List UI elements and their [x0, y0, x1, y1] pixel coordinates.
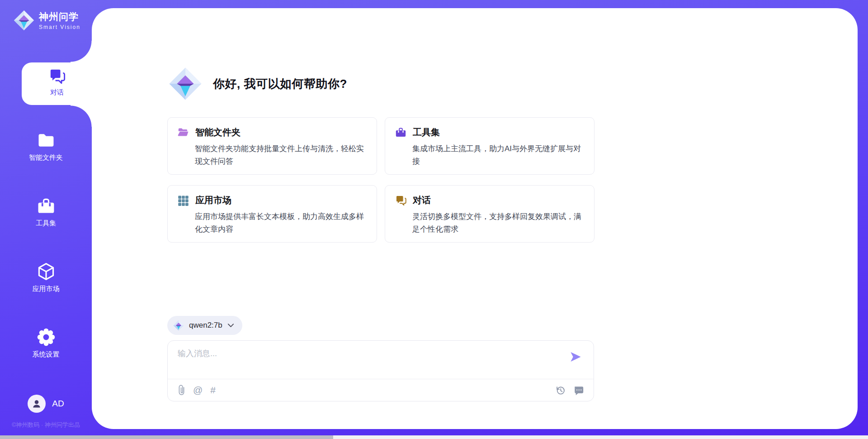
mention-button[interactable]: @ [193, 385, 203, 396]
model-selector[interactable]: qwen2:7b [167, 316, 242, 335]
card-title: 智能文件夹 [195, 126, 241, 138]
sidebar-item-chat[interactable]: 对话 [22, 67, 92, 97]
chat-icon [395, 194, 407, 206]
sidebar-item-label: 智能文件夹 [0, 153, 92, 162]
gear-icon [0, 327, 92, 347]
chat-icon [22, 67, 92, 85]
card-title: 应用市场 [195, 194, 231, 206]
toolbox-icon [0, 196, 92, 216]
horizontal-scrollbar[interactable] [0, 435, 868, 439]
feature-card-toolbox[interactable]: 工具集 集成市场上主流工具，助力AI与外界无缝扩展与对接 [385, 117, 594, 175]
send-icon [569, 351, 582, 363]
sidebar-item-label: 对话 [22, 88, 92, 97]
card-description: 灵活切换多模型文件，支持多样回复效果调试，满足个性化需求 [412, 210, 583, 236]
send-button[interactable] [568, 351, 583, 363]
sidebar-item-label: 工具集 [0, 219, 92, 228]
attach-button[interactable] [178, 384, 185, 396]
sidebar-item-settings[interactable]: 系统设置 [0, 327, 92, 359]
greeting: 你好, 我可以如何帮助你? [169, 67, 347, 100]
avatar[interactable] [28, 395, 46, 413]
sidebar-item-toolbox[interactable]: 工具集 [0, 196, 92, 228]
scrollbar-thumb[interactable] [0, 435, 333, 439]
brand-diamond-icon [14, 10, 34, 31]
brand-subtitle: Smart Vision [39, 24, 80, 30]
active-tab-fillet-top [71, 41, 92, 62]
user-initials: AD [52, 399, 64, 409]
toolbox-icon [395, 126, 407, 138]
card-title: 工具集 [413, 126, 440, 138]
feature-cards: 智能文件夹 智能文件夹功能支持批量文件上传与清洗，轻松实现文件问答 工具集 集成… [167, 117, 596, 243]
cube-icon [0, 262, 92, 282]
person-icon [31, 398, 42, 409]
topic-button[interactable]: # [210, 385, 216, 396]
feature-card-chat[interactable]: 对话 灵活切换多模型文件，支持多样回复效果调试，满足个性化需求 [385, 185, 594, 243]
message-input[interactable] [178, 348, 548, 374]
at-icon: @ [193, 385, 203, 396]
assistant-diamond-icon [169, 67, 202, 100]
feature-card-app-market[interactable]: 应用市场 应用市场提供丰富长文本模板，助力高效生成多样化文章内容 [167, 185, 377, 243]
folder-open-icon [177, 126, 189, 138]
user-profile[interactable]: AD [0, 395, 92, 413]
sidebar-item-app-market[interactable]: 应用市场 [0, 262, 92, 293]
active-tab-fillet-bottom [71, 105, 92, 127]
card-description: 智能文件夹功能支持批量文件上传与清洗，轻松实现文件问答 [195, 143, 366, 168]
sidebar-item-smart-folder[interactable]: 智能文件夹 [0, 130, 92, 162]
feature-card-smart-folder[interactable]: 智能文件夹 智能文件夹功能支持批量文件上传与清洗，轻松实现文件问答 [167, 117, 377, 175]
card-description: 集成市场上主流工具，助力AI与外界无缝扩展与对接 [412, 143, 583, 168]
feedback-button[interactable] [573, 385, 584, 396]
brand-name: 神州问学 [39, 10, 80, 23]
model-name: qwen2:7b [189, 321, 222, 330]
message-composer: @ # [167, 340, 594, 401]
card-description: 应用市场提供丰富长文本模板，助力高效生成多样化文章内容 [195, 210, 366, 236]
folder-icon [0, 130, 92, 150]
sidebar-item-label: 应用市场 [0, 285, 92, 293]
composer-toolbar: @ # [178, 379, 584, 401]
grid-cube-icon [177, 194, 189, 206]
history-icon [555, 385, 566, 396]
card-title: 对话 [413, 194, 431, 206]
history-button[interactable] [555, 385, 566, 396]
sidebar-item-label: 系统设置 [0, 350, 92, 359]
hash-icon: # [210, 385, 216, 396]
comment-icon [573, 385, 584, 396]
brand-logo: 神州问学 Smart Vision [14, 10, 80, 31]
model-diamond-icon [173, 320, 184, 331]
copyright-text: ©神州数码 · 神州问学出品 [0, 421, 92, 429]
chevron-down-icon [227, 323, 234, 328]
greeting-title: 你好, 我可以如何帮助你? [213, 76, 347, 92]
paperclip-icon [178, 384, 185, 396]
